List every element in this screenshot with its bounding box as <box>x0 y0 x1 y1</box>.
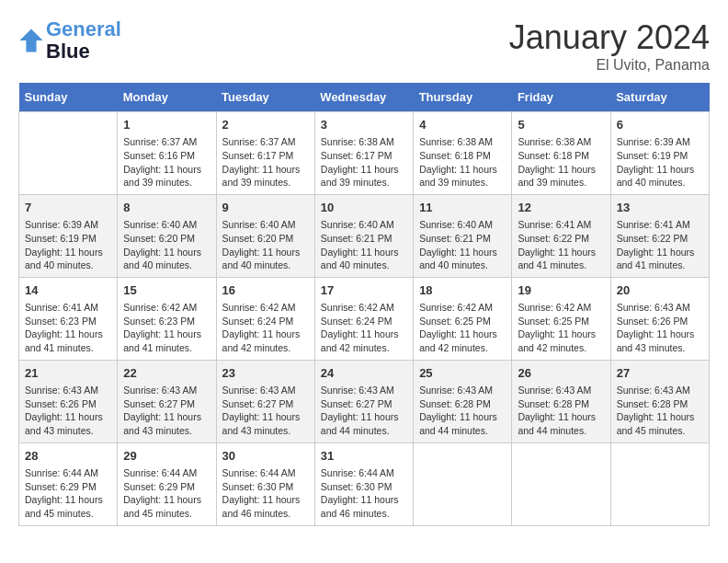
calendar-header-cell: Wednesday <box>314 83 413 112</box>
day-content: Daylight: 11 hours and 39 minutes. <box>321 163 407 190</box>
calendar-day-cell: 16Sunrise: 6:42 AMSunset: 6:24 PMDayligh… <box>216 277 314 360</box>
day-content: Sunset: 6:29 PM <box>123 480 210 494</box>
calendar-day-cell: 13Sunrise: 6:41 AMSunset: 6:22 PMDayligh… <box>610 194 709 277</box>
calendar-day-cell: 21Sunrise: 6:43 AMSunset: 6:26 PMDayligh… <box>19 360 118 442</box>
day-content: Sunset: 6:26 PM <box>617 315 703 328</box>
day-content: Sunset: 6:20 PM <box>123 232 210 246</box>
day-content: Sunrise: 6:44 AM <box>321 466 407 480</box>
day-content: Sunrise: 6:38 AM <box>419 135 506 149</box>
day-content: Sunset: 6:30 PM <box>222 480 309 494</box>
calendar-day-cell: 14Sunrise: 6:41 AMSunset: 6:23 PMDayligh… <box>19 277 118 360</box>
day-content: Daylight: 11 hours and 46 minutes. <box>222 493 309 520</box>
calendar-day-cell: 5Sunrise: 6:38 AMSunset: 6:18 PMDaylight… <box>512 112 610 195</box>
logo-icon <box>18 28 44 53</box>
day-content: Daylight: 11 hours and 44 minutes. <box>419 410 506 437</box>
day-content: Daylight: 11 hours and 39 minutes. <box>123 163 210 190</box>
day-content: Sunrise: 6:44 AM <box>25 466 111 480</box>
calendar-day-cell: 12Sunrise: 6:41 AMSunset: 6:22 PMDayligh… <box>512 194 610 277</box>
calendar-day-cell: 6Sunrise: 6:39 AMSunset: 6:19 PMDaylight… <box>610 112 709 195</box>
day-number: 6 <box>617 117 703 133</box>
day-number: 24 <box>321 365 407 382</box>
day-number: 4 <box>419 117 506 133</box>
day-content: Sunset: 6:25 PM <box>518 315 604 328</box>
calendar-day-cell <box>414 442 512 525</box>
calendar-day-cell: 4Sunrise: 6:38 AMSunset: 6:18 PMDaylight… <box>414 112 512 195</box>
day-content: Sunrise: 6:43 AM <box>518 384 604 397</box>
day-content: Sunrise: 6:40 AM <box>321 218 407 232</box>
day-number: 7 <box>25 200 111 216</box>
day-content: Sunset: 6:29 PM <box>25 480 111 494</box>
day-content: Daylight: 11 hours and 42 minutes. <box>321 327 407 354</box>
day-content: Sunset: 6:20 PM <box>222 232 309 246</box>
day-content: Sunset: 6:17 PM <box>321 149 407 163</box>
day-content: Daylight: 11 hours and 44 minutes. <box>321 410 407 437</box>
logo: General Blue <box>18 18 121 63</box>
day-number: 25 <box>419 365 506 382</box>
day-number: 8 <box>123 200 210 216</box>
day-content: Sunrise: 6:40 AM <box>222 218 309 232</box>
day-content: Sunset: 6:19 PM <box>617 149 703 163</box>
day-number: 20 <box>617 282 703 299</box>
calendar-day-cell <box>610 442 709 525</box>
day-content: Sunset: 6:21 PM <box>419 232 506 246</box>
day-content: Daylight: 11 hours and 40 minutes. <box>123 246 210 272</box>
calendar-day-cell: 20Sunrise: 6:43 AMSunset: 6:26 PMDayligh… <box>610 277 709 360</box>
day-content: Sunrise: 6:37 AM <box>123 135 210 149</box>
day-number: 3 <box>321 117 407 133</box>
day-content: Daylight: 11 hours and 42 minutes. <box>518 327 604 354</box>
day-number: 1 <box>123 117 210 133</box>
day-content: Sunrise: 6:43 AM <box>419 384 506 397</box>
day-content: Sunrise: 6:42 AM <box>123 301 210 315</box>
day-number: 5 <box>518 117 604 133</box>
day-content: Sunrise: 6:44 AM <box>222 466 309 480</box>
day-number: 18 <box>419 282 506 299</box>
day-number: 17 <box>321 282 407 299</box>
day-content: Daylight: 11 hours and 44 minutes. <box>518 410 604 437</box>
day-content: Sunrise: 6:42 AM <box>518 301 604 315</box>
calendar-header-cell: Thursday <box>414 83 512 112</box>
location: El Uvito, Panama <box>509 57 710 74</box>
day-content: Sunrise: 6:41 AM <box>518 218 604 232</box>
day-number: 9 <box>222 200 309 216</box>
calendar-header-cell: Sunday <box>19 83 118 112</box>
day-content: Daylight: 11 hours and 39 minutes. <box>222 163 309 190</box>
day-number: 26 <box>518 365 604 382</box>
calendar-day-cell <box>19 112 118 195</box>
day-content: Daylight: 11 hours and 40 minutes. <box>222 246 309 272</box>
day-content: Daylight: 11 hours and 41 minutes. <box>25 327 111 354</box>
title-block: January 2024 El Uvito, Panama <box>509 18 710 74</box>
calendar-day-cell: 26Sunrise: 6:43 AMSunset: 6:28 PMDayligh… <box>512 360 610 442</box>
day-content: Sunrise: 6:43 AM <box>25 384 111 397</box>
day-content: Sunset: 6:18 PM <box>518 149 604 163</box>
day-content: Sunrise: 6:44 AM <box>123 466 210 480</box>
calendar-day-cell: 25Sunrise: 6:43 AMSunset: 6:28 PMDayligh… <box>414 360 512 442</box>
day-content: Daylight: 11 hours and 43 minutes. <box>123 410 210 437</box>
calendar-header-cell: Friday <box>512 83 610 112</box>
calendar-body: 1Sunrise: 6:37 AMSunset: 6:16 PMDaylight… <box>19 112 710 526</box>
day-content: Sunset: 6:27 PM <box>222 397 309 411</box>
day-number: 28 <box>25 448 111 465</box>
day-content: Sunset: 6:24 PM <box>222 315 309 328</box>
day-content: Sunrise: 6:37 AM <box>222 135 309 149</box>
day-content: Sunset: 6:17 PM <box>222 149 309 163</box>
calendar-header-cell: Monday <box>118 83 216 112</box>
day-content: Daylight: 11 hours and 43 minutes. <box>25 410 111 437</box>
day-number: 16 <box>222 282 309 299</box>
day-content: Sunrise: 6:43 AM <box>123 384 210 397</box>
day-content: Daylight: 11 hours and 43 minutes. <box>617 327 703 354</box>
day-content: Daylight: 11 hours and 45 minutes. <box>617 410 703 437</box>
calendar-week-row: 21Sunrise: 6:43 AMSunset: 6:26 PMDayligh… <box>19 360 710 442</box>
logo-text: General Blue <box>46 18 121 63</box>
day-content: Sunset: 6:25 PM <box>419 315 506 328</box>
calendar-header-cell: Saturday <box>610 83 709 112</box>
day-number: 2 <box>222 117 309 133</box>
day-number: 14 <box>25 282 111 299</box>
calendar-day-cell: 22Sunrise: 6:43 AMSunset: 6:27 PMDayligh… <box>118 360 216 442</box>
day-content: Sunrise: 6:39 AM <box>25 218 111 232</box>
day-content: Sunset: 6:22 PM <box>617 232 703 246</box>
calendar-day-cell: 17Sunrise: 6:42 AMSunset: 6:24 PMDayligh… <box>314 277 413 360</box>
day-content: Sunset: 6:19 PM <box>25 232 111 246</box>
day-content: Sunrise: 6:38 AM <box>321 135 407 149</box>
day-number: 21 <box>25 365 111 382</box>
day-number: 12 <box>518 200 604 216</box>
